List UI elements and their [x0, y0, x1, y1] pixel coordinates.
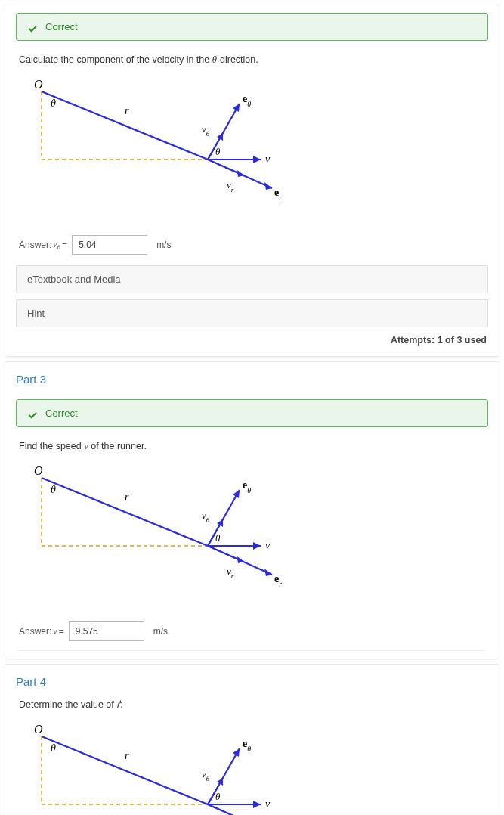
- part-3-panel: Part 3 Correct Find the speed v of the r…: [5, 361, 499, 659]
- answer-label: Answer: v =: [19, 626, 64, 637]
- svg-text:er: er: [274, 187, 282, 202]
- correct-banner: Correct: [16, 13, 488, 41]
- svg-text:θ: θ: [51, 98, 56, 109]
- svg-text:v: v: [265, 153, 271, 165]
- svg-text:θ: θ: [215, 791, 221, 802]
- answer-label: Answer: vθ =: [19, 239, 67, 251]
- velocity-diagram: O θ r er vr v eθ v: [19, 76, 291, 220]
- svg-text:θ: θ: [51, 742, 56, 754]
- figure: O θ r er vr v eθ v: [5, 69, 499, 228]
- check-icon: [27, 22, 38, 33]
- part-header: Part 4: [5, 665, 499, 694]
- svg-marker-31: [253, 542, 261, 550]
- svg-line-42: [42, 736, 208, 804]
- svg-text:r: r: [125, 750, 129, 761]
- divider: [19, 650, 485, 651]
- svg-text:O: O: [34, 723, 43, 736]
- answer-unit: m/s: [153, 626, 168, 637]
- svg-text:er: er: [274, 573, 282, 588]
- svg-line-22: [42, 478, 208, 546]
- correct-text: Correct: [45, 408, 78, 419]
- svg-line-2: [42, 91, 208, 160]
- check-icon: [27, 408, 38, 419]
- svg-text:vθ: vθ: [202, 510, 210, 524]
- svg-text:r: r: [125, 105, 129, 116]
- prompt-text: Calculate the component of the velocity …: [5, 50, 499, 69]
- attempts-text: Attempts: 1 of 3 used: [5, 327, 499, 349]
- correct-banner: Correct: [16, 399, 488, 427]
- figure: O θ r er vr v eθ vθ θ: [5, 714, 499, 815]
- svg-text:vr: vr: [227, 179, 234, 194]
- answer-unit: m/s: [156, 240, 171, 250]
- svg-text:v: v: [265, 540, 271, 551]
- svg-line-44: [208, 804, 272, 815]
- svg-text:vr: vr: [227, 566, 234, 580]
- answer-input[interactable]: [69, 621, 144, 641]
- svg-text:θ: θ: [215, 532, 221, 544]
- svg-text:eθ: eθ: [243, 93, 251, 108]
- svg-text:O: O: [34, 78, 43, 91]
- svg-text:v: v: [265, 798, 271, 810]
- hint-button[interactable]: Hint: [16, 299, 488, 327]
- part-2-panel: Correct Calculate the component of the v…: [5, 5, 499, 357]
- svg-text:vθ: vθ: [202, 768, 210, 782]
- correct-text: Correct: [45, 21, 78, 33]
- svg-text:θ: θ: [215, 146, 221, 157]
- answer-row: Answer: v = m/s: [5, 614, 499, 646]
- etextbook-media-button[interactable]: eTextbook and Media: [16, 265, 488, 293]
- svg-text:eθ: eθ: [243, 479, 251, 494]
- figure: O θ r er vr v eθ vθ θ: [5, 455, 499, 614]
- svg-text:O: O: [34, 464, 43, 477]
- svg-text:r: r: [125, 491, 129, 503]
- svg-marker-51: [253, 801, 261, 808]
- answer-row: Answer: vθ = m/s: [5, 228, 499, 259]
- velocity-diagram: O θ r er vr v eθ vθ θ: [19, 463, 291, 606]
- answer-input[interactable]: [72, 235, 147, 255]
- svg-text:eθ: eθ: [243, 738, 251, 753]
- velocity-diagram: O θ r er vr v eθ vθ θ: [19, 721, 291, 815]
- prompt-text: Find the speed v of the runner.: [5, 436, 499, 455]
- prompt-text: Determine the value of ṙ.: [5, 694, 499, 714]
- part-header: Part 3: [5, 362, 499, 392]
- svg-marker-11: [253, 156, 261, 163]
- svg-text:vθ: vθ: [202, 123, 210, 138]
- part-4-panel: Part 4 Determine the value of ṙ. O θ r e…: [5, 664, 499, 815]
- svg-text:θ: θ: [51, 484, 56, 495]
